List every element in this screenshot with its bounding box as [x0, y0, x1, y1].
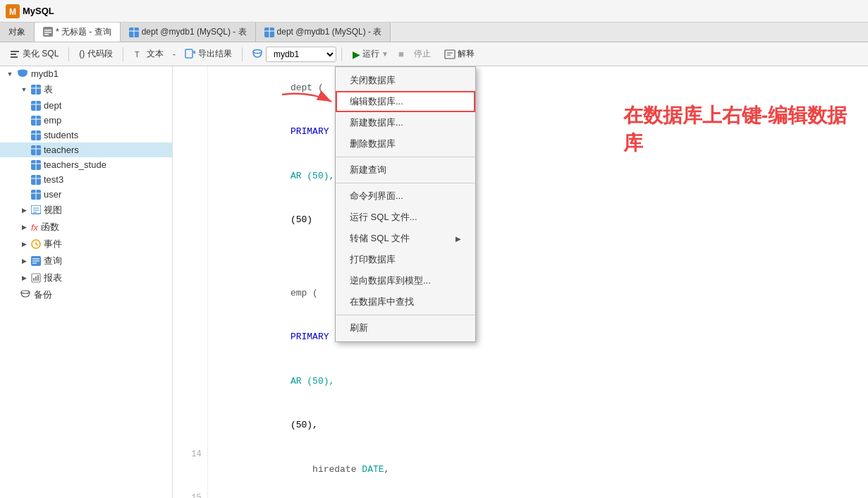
- queries-icon: [31, 256, 41, 266]
- menu-sep3: [336, 315, 475, 315]
- sidebar-item-backups[interactable]: 备份: [0, 286, 172, 303]
- sidebar-item-queries[interactable]: 查询: [0, 253, 172, 269]
- code-row-15: 15 sal DECIMAL (7, 2),: [173, 492, 868, 498]
- sidebar-item-teachers[interactable]: teachers: [0, 142, 172, 157]
- main-layout: mydb1 表 dept: [0, 66, 868, 498]
- reports-label: 报表: [44, 272, 62, 284]
- menu-cmd-line[interactable]: 命令列界面...: [336, 186, 475, 207]
- app-title: MySQL: [23, 6, 54, 16]
- queries-label: 查询: [44, 255, 62, 267]
- explain-button[interactable]: 解释: [439, 46, 479, 62]
- menu-new-db[interactable]: 新建数据库...: [336, 112, 475, 133]
- tab-query-label: * 无标题 - 查询: [56, 26, 111, 38]
- toolbar-sep5: ■: [398, 49, 404, 59]
- code-table: dept ( PRIMARY KEY, AR (50),: [173, 66, 868, 498]
- teachers-table-icon: [31, 145, 41, 155]
- menu-delete-db[interactable]: 删除数据库: [336, 133, 475, 154]
- menu-transfer-sql[interactable]: 转储 SQL 文件 ▶: [336, 228, 475, 249]
- code-row-50b: (50),: [173, 403, 868, 447]
- sidebar-item-mydb1[interactable]: mydb1: [0, 66, 172, 81]
- dept-table-icon: [31, 101, 41, 111]
- tab-dept2-label: dept @mydb1 (MySQL) - 表: [277, 26, 382, 38]
- sidebar-item-reports[interactable]: 报表: [0, 269, 172, 286]
- sidebar-item-user[interactable]: user: [0, 187, 172, 202]
- sidebar-db-label: mydb1: [31, 68, 59, 79]
- teachers-stude-label: teachers_stude: [44, 159, 106, 170]
- tab-dept1[interactable]: dept @mydb1 (MySQL) - 表: [121, 23, 256, 42]
- tables-icon: [31, 85, 41, 95]
- menu-edit-db[interactable]: 编辑数据库...: [336, 91, 475, 112]
- stop-button[interactable]: 停止: [408, 46, 436, 62]
- sidebar-item-views[interactable]: 视图: [0, 202, 172, 219]
- code-row-blank3: [173, 257, 868, 272]
- svg-line-55: [36, 244, 38, 245]
- db-dropdown[interactable]: mydb1: [266, 47, 336, 62]
- context-menu: 关闭数据库 编辑数据库... 新建数据库... 删除数据库 新建查询 命令列界面…: [335, 66, 476, 342]
- sidebar-item-test3[interactable]: test3: [0, 172, 172, 187]
- export-button[interactable]: 导出结果: [180, 46, 237, 62]
- events-expand-icon: [20, 240, 28, 248]
- backups-icon: [20, 290, 31, 300]
- menu-sep2: [336, 183, 475, 183]
- context-menu-overlay: 关闭数据库 编辑数据库... 新建数据库... 删除数据库 新建查询 命令列界面…: [335, 66, 476, 342]
- toolbar-sep4: [341, 47, 342, 61]
- menu-refresh[interactable]: 刷新: [336, 317, 475, 339]
- sidebar-item-students[interactable]: students: [0, 128, 172, 142]
- menu-sep1: [336, 157, 475, 157]
- tab-objects-label: 对象: [8, 26, 25, 38]
- menu-run-sql[interactable]: 运行 SQL 文件...: [336, 207, 475, 228]
- content-area: 关闭数据库 编辑数据库... 新建数据库... 删除数据库 新建查询 命令列界面…: [173, 66, 868, 498]
- emp-label: emp: [44, 115, 61, 126]
- transfer-arrow: ▶: [456, 235, 461, 243]
- svg-rect-4: [44, 32, 51, 33]
- sidebar-item-emp[interactable]: emp: [0, 113, 172, 128]
- svg-rect-3: [44, 30, 51, 31]
- code-row-primary: PRIMARY KEY,: [173, 110, 868, 154]
- menu-reverse-model[interactable]: 逆向数据库到模型...: [336, 270, 475, 291]
- menu-print-db[interactable]: 打印数据库: [336, 249, 475, 270]
- menu-new-query[interactable]: 新建查询: [336, 159, 475, 181]
- code-row-ar: AR (50),: [173, 154, 868, 198]
- code-snippet-button[interactable]: () 代码段: [74, 46, 117, 62]
- svg-rect-5: [44, 34, 49, 35]
- table-tab-icon: [129, 28, 139, 37]
- sidebar-item-functions[interactable]: fx 函数: [0, 219, 172, 236]
- table-tab-icon2: [264, 28, 274, 37]
- run-button[interactable]: ▶ 运行 ▼: [347, 46, 394, 62]
- svg-rect-16: [185, 49, 192, 58]
- code-row-primary2: PRIMARY KEY,: [173, 316, 868, 360]
- svg-point-20: [253, 49, 262, 53]
- menu-find-in-db[interactable]: 在数据库中查找: [336, 291, 475, 312]
- sidebar-item-events[interactable]: 事件: [0, 236, 172, 253]
- views-expand-icon: [20, 206, 28, 214]
- views-label: 视图: [44, 204, 62, 217]
- backups-label: 备份: [34, 289, 52, 301]
- text-button[interactable]: T 文本: [128, 46, 169, 62]
- sidebar-item-teachers-stude[interactable]: teachers_stude: [0, 157, 172, 172]
- db-selector: mydb1: [252, 47, 336, 62]
- tab-dept2[interactable]: dept @mydb1 (MySQL) - 表: [256, 23, 391, 42]
- tab-bar: 对象 * 无标题 - 查询 dept @mydb1 (MySQL) - 表 de…: [0, 23, 868, 42]
- sidebar: mydb1 表 dept: [0, 66, 173, 498]
- sidebar-item-tables[interactable]: 表: [0, 81, 172, 98]
- functions-label: 函数: [41, 221, 59, 233]
- sidebar-item-dept[interactable]: dept: [0, 98, 172, 113]
- code-row-emp: emp (: [173, 272, 868, 315]
- emp-table-icon: [31, 116, 41, 126]
- tab-objects[interactable]: 对象: [0, 23, 35, 42]
- toolbar-sep3: [242, 47, 243, 61]
- beautify-icon: [9, 49, 20, 60]
- tab-query[interactable]: * 无标题 - 查询: [35, 23, 121, 42]
- menu-close-db[interactable]: 关闭数据库: [336, 70, 475, 91]
- play-icon: ▶: [353, 49, 360, 60]
- svg-rect-21: [445, 50, 455, 59]
- students-label: students: [44, 130, 78, 140]
- tables-label: 表: [44, 83, 53, 96]
- beautify-sql-button[interactable]: 美化 SQL: [4, 46, 63, 62]
- code-row-50: (50): [173, 198, 868, 242]
- queries-expand-icon: [20, 257, 28, 265]
- code-editor[interactable]: dept ( PRIMARY KEY, AR (50),: [173, 66, 868, 498]
- svg-rect-12: [11, 51, 19, 52]
- db-sidebar-icon: [17, 69, 28, 79]
- code-row-ar2: AR (50),: [173, 360, 868, 403]
